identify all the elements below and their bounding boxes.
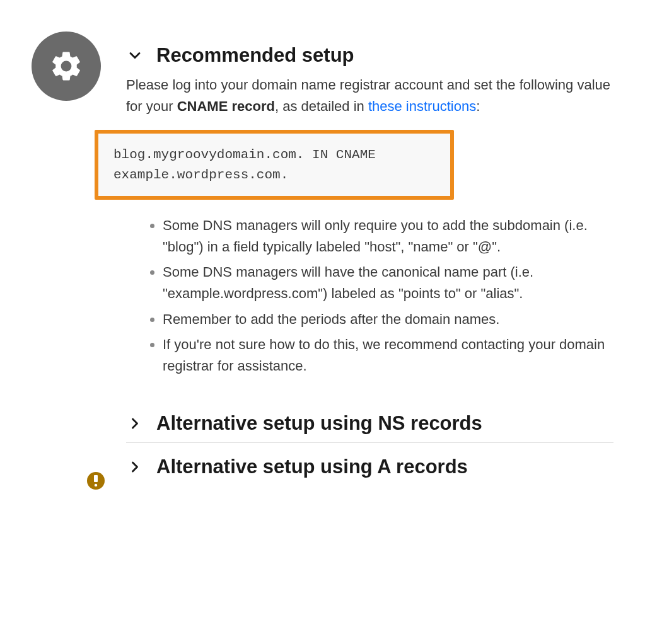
a-records-toggle[interactable]: Alternative setup using A records (126, 443, 613, 486)
list-item: Remember to add the periods after the do… (163, 309, 613, 330)
chevron-right-icon (126, 458, 144, 476)
svg-rect-0 (94, 475, 98, 482)
intro-text: : (476, 98, 480, 114)
settings-status-icon (32, 32, 101, 486)
alert-icon (87, 472, 105, 490)
svg-point-1 (95, 484, 97, 486)
intro-paragraph: Please log into your domain name registr… (126, 74, 613, 117)
ns-records-section: Alternative setup using NS records (126, 412, 613, 442)
recommended-setup-section: Recommended setup Please log into your d… (126, 44, 613, 406)
instructions-link[interactable]: these instructions (368, 98, 476, 114)
section-title: Recommended setup (156, 44, 354, 67)
gear-icon (32, 32, 101, 101)
chevron-down-icon (126, 47, 144, 64)
a-records-section: Alternative setup using A records (126, 442, 613, 486)
cname-code-box: blog.mygroovydomain.com. IN CNAME exampl… (95, 130, 454, 200)
list-item: Some DNS managers will have the canonica… (163, 262, 613, 304)
cname-bold: CNAME record (177, 98, 275, 114)
ns-records-toggle[interactable]: Alternative setup using NS records (126, 412, 613, 442)
list-item: Some DNS managers will only require you … (163, 215, 613, 258)
code-line: blog.mygroovydomain.com. IN CNAME (113, 145, 435, 165)
list-item: If you're not sure how to do this, we re… (163, 334, 613, 377)
intro-text: , as detailed in (275, 98, 368, 114)
chevron-right-icon (126, 415, 144, 432)
section-title: Alternative setup using A records (156, 456, 468, 478)
section-title: Alternative setup using NS records (156, 412, 482, 435)
code-line: example.wordpress.com. (113, 165, 435, 185)
recommended-setup-toggle[interactable]: Recommended setup (126, 44, 613, 74)
tips-list: Some DNS managers will only require you … (126, 215, 613, 377)
